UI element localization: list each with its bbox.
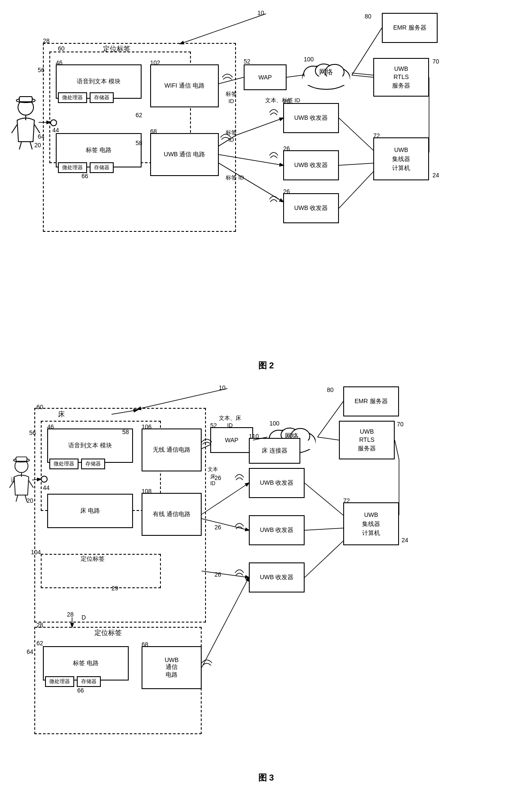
fig3-dingwei-label-inner: 定位标签 bbox=[81, 555, 105, 563]
fig2-n24: 24 bbox=[432, 172, 439, 179]
fig3-n106: 106 bbox=[142, 423, 151, 430]
fig3-n28: 28 bbox=[67, 611, 74, 618]
fig3-n28-outer: 28 bbox=[36, 622, 43, 629]
fig2-n46: 46 bbox=[56, 59, 63, 66]
fig3-n100: 100 bbox=[269, 420, 279, 427]
fig3-chuang-label: 床 bbox=[58, 410, 65, 419]
svg-line-57 bbox=[202, 571, 249, 577]
fig3-uwb-recv2: UWB 收发器 bbox=[249, 515, 305, 545]
svg-line-20 bbox=[339, 172, 373, 208]
svg-line-53 bbox=[305, 541, 343, 577]
fig3-wenben-chuang: 文本、床ID bbox=[219, 414, 241, 428]
fig2-mic-circle bbox=[50, 119, 57, 126]
fig3-uwb-recv1: UWB 收发器 bbox=[249, 468, 305, 498]
svg-line-56 bbox=[202, 519, 249, 530]
fig3-n10: 10 bbox=[219, 384, 226, 391]
fig3-person bbox=[9, 455, 34, 502]
fig2-biaoqianid2: 标签ID bbox=[226, 129, 237, 143]
fig3-yuyin-chips: 微处理器 存储器 bbox=[49, 459, 105, 469]
fig2-biaoqianid1: 标签ID bbox=[226, 90, 237, 104]
fig2-uwb-tongxin-box: UWB 通信 电路 bbox=[150, 133, 219, 176]
fig2-weichu1: 微处理器 bbox=[58, 92, 87, 103]
fig3-n26c: 26 bbox=[215, 571, 221, 578]
fig2-weichu2: 微处理器 bbox=[58, 162, 87, 173]
fig3-mic-circle bbox=[41, 476, 48, 483]
fig3-n64: 64 bbox=[27, 648, 33, 655]
fig3-uwb-hub: UWB 集线器 计算机 bbox=[343, 502, 399, 545]
fig3-cunchu1: 存储器 bbox=[81, 459, 105, 469]
fig3-d-label: D bbox=[82, 614, 86, 621]
fig2-uwb-recv3: UWB 收发器 bbox=[283, 193, 339, 223]
fig3-n26b: 26 bbox=[215, 524, 221, 531]
svg-line-15 bbox=[352, 75, 373, 77]
fig3-n58: 58 bbox=[122, 428, 129, 435]
fig3-n68: 68 bbox=[142, 641, 148, 648]
fig2-n52: 52 bbox=[244, 58, 251, 65]
fig3-weichu2: 微处理器 bbox=[45, 676, 74, 687]
fig2-emr-server: EMR 服务器 bbox=[382, 13, 438, 43]
fig2-person bbox=[11, 94, 41, 146]
fig3-n62: 62 bbox=[36, 640, 43, 647]
fig3-biaoqian-dianlu-box: 标签 电路 bbox=[43, 646, 129, 681]
svg-rect-7 bbox=[19, 97, 32, 102]
svg-line-23 bbox=[352, 73, 373, 75]
svg-rect-4 bbox=[302, 76, 350, 85]
fig2-n58: 58 bbox=[136, 140, 142, 146]
svg-line-8 bbox=[12, 125, 17, 133]
fig3-yuyin-wenben-box: 语音到文本 模块 bbox=[47, 428, 133, 463]
fig3-n56: 56 bbox=[29, 429, 36, 436]
fig2-diagram: 10 EMR 服务器 80 WAP 52 网络 100 UWB RTLS 服务器 bbox=[9, 9, 523, 378]
svg-line-26 bbox=[236, 118, 283, 135]
fig3-emr-server: EMR 服务器 bbox=[343, 386, 399, 416]
fig2-uwb-recv2: UWB 收发器 bbox=[283, 150, 339, 180]
fig3-chuang-dianlu-box: 床 电路 bbox=[47, 494, 133, 528]
svg-line-16 bbox=[180, 14, 266, 44]
svg-line-12 bbox=[30, 142, 32, 149]
fig3-n46: 46 bbox=[47, 423, 54, 430]
fig3-title: 图 3 bbox=[9, 772, 523, 784]
svg-line-50 bbox=[395, 440, 399, 459]
fig2-title: 图 2 bbox=[9, 360, 523, 371]
fig2-n26c: 26 bbox=[283, 188, 290, 195]
fig3-n80: 80 bbox=[327, 386, 334, 393]
svg-line-45 bbox=[317, 437, 339, 440]
fig3-n66: 66 bbox=[77, 687, 84, 694]
page: 10 EMR 服务器 80 WAP 52 网络 100 UWB RTLS 服务器 bbox=[0, 0, 532, 793]
fig3-n72: 72 bbox=[343, 497, 350, 504]
fig2-n26a: 26 bbox=[283, 98, 290, 105]
fig3-dingwei-outer-label: 定位标签 bbox=[94, 629, 122, 638]
fig3-uwb-tongxin-box: UWB 通信 电路 bbox=[142, 646, 202, 689]
svg-line-19 bbox=[339, 163, 373, 165]
fig2-n80: 80 bbox=[365, 13, 372, 20]
fig3-n108: 108 bbox=[142, 488, 151, 495]
fig3-weichu1: 微处理器 bbox=[49, 459, 79, 469]
fig2-n56: 56 bbox=[38, 67, 45, 73]
svg-line-55 bbox=[202, 483, 249, 514]
fig2-n72: 72 bbox=[373, 132, 380, 139]
fig2-wap: WAP bbox=[244, 64, 287, 90]
fig3-youxian-box: 有线 通信电路 bbox=[142, 493, 202, 536]
fig2-n66: 66 bbox=[82, 173, 88, 179]
svg-line-11 bbox=[19, 142, 21, 149]
fig2-uwb-recv1: UWB 收发器 bbox=[283, 103, 339, 133]
svg-line-37 bbox=[9, 480, 14, 488]
fig3-cunchu2: 存储器 bbox=[77, 676, 101, 687]
fig3-wap: WAP bbox=[210, 427, 253, 453]
fig2-biaoqian-chips: 微处理器 存储器 bbox=[58, 162, 114, 173]
fig2-n102: 102 bbox=[150, 59, 160, 66]
fig3-n60: 60 bbox=[36, 404, 43, 410]
fig2-wifi-box: WIFI 通信 电路 bbox=[150, 64, 219, 107]
fig3-diagram: 10 EMR 服务器 80 14 文本、床ID WAP 52 网络 100 bbox=[9, 382, 523, 790]
svg-line-42 bbox=[137, 389, 227, 409]
fig3-wuxian-box: 无线 通信电路 bbox=[142, 428, 202, 471]
fig3-n44: 44 bbox=[43, 484, 50, 491]
fig2-n20: 20 bbox=[34, 142, 41, 149]
fig3-uwb-recv3: UWB 收发器 bbox=[249, 562, 305, 592]
fig2-n100: 100 bbox=[304, 56, 314, 63]
fig3-n24: 24 bbox=[402, 537, 408, 544]
fig2-uwb-rtls-server: UWB RTLS 服务器 bbox=[373, 58, 429, 97]
fig2-n10: 10 bbox=[257, 9, 264, 16]
fig2-n28: 28 bbox=[43, 37, 50, 44]
svg-line-38 bbox=[29, 480, 33, 488]
fig3-n26a: 26 bbox=[215, 474, 221, 481]
